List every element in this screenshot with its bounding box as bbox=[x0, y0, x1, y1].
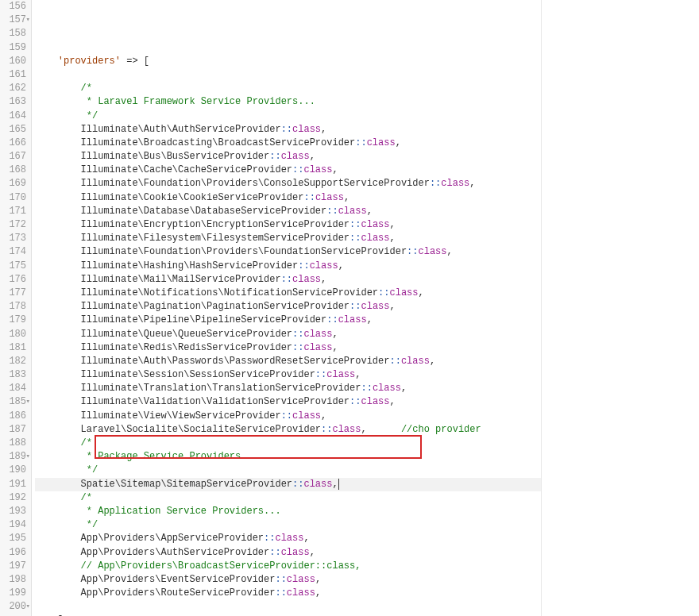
line-number[interactable]: 185▾ bbox=[5, 395, 26, 409]
code-line[interactable]: Illuminate\Foundation\Providers\ConsoleS… bbox=[35, 177, 541, 191]
line-number[interactable]: 188 bbox=[5, 437, 26, 450]
code-line[interactable]: // App\Providers\BroadcastServiceProvide… bbox=[35, 560, 541, 573]
code-line[interactable]: */ bbox=[35, 110, 541, 123]
line-number[interactable]: 200▾ bbox=[5, 600, 26, 614]
line-number[interactable]: 163 bbox=[5, 95, 26, 109]
line-number[interactable]: 164 bbox=[5, 110, 26, 123]
line-number[interactable]: 159 bbox=[5, 41, 26, 55]
code-line[interactable]: Illuminate\Broadcasting\BroadcastService… bbox=[35, 137, 541, 150]
code-line[interactable]: /* bbox=[35, 437, 541, 450]
line-number[interactable]: 162 bbox=[5, 82, 26, 95]
code-line[interactable]: Illuminate\Queue\QueueServiceProvider::c… bbox=[35, 328, 541, 341]
code-line[interactable]: Illuminate\Pipeline\PipelineServiceProvi… bbox=[35, 314, 541, 327]
code-token: :: bbox=[326, 206, 338, 217]
line-number[interactable]: 187 bbox=[5, 423, 26, 437]
line-number-gutter[interactable]: 156157▾158159160161162163164165166167168… bbox=[0, 0, 32, 616]
line-number[interactable]: 183 bbox=[5, 368, 26, 382]
line-number[interactable]: 175 bbox=[5, 260, 26, 273]
line-number[interactable]: 197 bbox=[5, 560, 26, 573]
code-token: /* bbox=[35, 437, 92, 449]
line-number[interactable]: 170 bbox=[5, 191, 26, 205]
code-line[interactable]: Illuminate\Mail\MailServiceProvider::cla… bbox=[35, 273, 541, 287]
line-number[interactable]: 167 bbox=[5, 150, 26, 164]
code-line[interactable]: Illuminate\Auth\AuthServiceProvider::cla… bbox=[35, 123, 541, 137]
fold-toggle-icon[interactable]: ▾ bbox=[26, 13, 30, 27]
line-number[interactable]: 177 bbox=[5, 287, 26, 300]
line-number[interactable]: 178 bbox=[5, 300, 26, 314]
line-number[interactable]: 180 bbox=[5, 328, 26, 341]
code-line[interactable]: Laravel\Socialite\SocialiteServiceProvid… bbox=[35, 423, 541, 437]
code-line[interactable]: */ bbox=[35, 464, 541, 477]
code-line[interactable] bbox=[35, 68, 541, 82]
code-line[interactable]: App\Providers\AppServiceProvider::class, bbox=[35, 532, 541, 545]
line-number[interactable]: 165 bbox=[5, 123, 26, 137]
code-line[interactable] bbox=[35, 600, 541, 614]
line-number[interactable]: 171 bbox=[5, 205, 26, 218]
line-number[interactable]: 173 bbox=[5, 232, 26, 245]
minimap[interactable] bbox=[542, 0, 699, 616]
line-number[interactable]: 194 bbox=[5, 518, 26, 532]
fold-toggle-icon[interactable]: ▾ bbox=[26, 395, 30, 409]
code-editor[interactable]: 156157▾158159160161162163164165166167168… bbox=[0, 0, 699, 616]
code-line[interactable]: Illuminate\Redis\RedisServiceProvider::c… bbox=[35, 341, 541, 355]
line-number[interactable]: 156 bbox=[5, 0, 26, 13]
code-line[interactable]: Illuminate\Validation\ValidationServiceP… bbox=[35, 395, 541, 409]
code-line[interactable]: Illuminate\Cache\CacheServiceProvider::c… bbox=[35, 164, 541, 177]
line-number[interactable]: 179 bbox=[5, 314, 26, 327]
line-number[interactable]: 191 bbox=[5, 478, 26, 491]
line-number[interactable]: 196 bbox=[5, 546, 26, 560]
code-line[interactable]: App\Providers\AuthServiceProvider::class… bbox=[35, 546, 541, 560]
line-number[interactable]: 176 bbox=[5, 273, 26, 287]
code-line[interactable]: Illuminate\View\ViewServiceProvider::cla… bbox=[35, 410, 541, 423]
code-line[interactable]: Illuminate\Notifications\NotificationSer… bbox=[35, 287, 541, 300]
code-line[interactable]: App\Providers\RouteServiceProvider::clas… bbox=[35, 587, 541, 600]
line-number[interactable]: 189▾ bbox=[5, 450, 26, 464]
code-line[interactable]: /* bbox=[35, 491, 541, 505]
code-token: :: bbox=[350, 396, 361, 407]
code-line[interactable]: * Application Service Providers... bbox=[35, 505, 541, 518]
code-line[interactable]: * Package Service Providers... bbox=[35, 450, 541, 464]
line-number[interactable]: 172 bbox=[5, 218, 26, 232]
code-line[interactable]: 'providers' => [ bbox=[35, 55, 541, 68]
line-number[interactable]: 198 bbox=[5, 573, 26, 587]
code-line[interactable]: Illuminate\Auth\Passwords\PasswordResetS… bbox=[35, 355, 541, 368]
code-line[interactable]: */ bbox=[35, 518, 541, 532]
line-number[interactable]: 195 bbox=[5, 532, 26, 545]
line-number[interactable]: 186 bbox=[5, 410, 26, 423]
line-number[interactable]: 169 bbox=[5, 177, 26, 191]
line-number[interactable]: 161 bbox=[5, 68, 26, 82]
code-area[interactable]: 'providers' => [ /* * Laravel Framework … bbox=[32, 0, 542, 616]
code-line[interactable]: Illuminate\Session\SessionServiceProvide… bbox=[35, 368, 541, 382]
fold-toggle-icon[interactable]: ▾ bbox=[26, 450, 30, 464]
line-number[interactable]: 192 bbox=[5, 491, 26, 505]
code-line[interactable]: Illuminate\Cookie\CookieServiceProvider:… bbox=[35, 191, 541, 205]
line-number[interactable]: 182 bbox=[5, 355, 26, 368]
fold-toggle-icon[interactable]: ▾ bbox=[26, 600, 30, 614]
code-line[interactable]: Illuminate\Foundation\Providers\Foundati… bbox=[35, 245, 541, 259]
code-token: /* bbox=[35, 83, 92, 94]
line-number[interactable]: 157▾ bbox=[5, 13, 26, 27]
line-number[interactable]: 168 bbox=[5, 164, 26, 177]
line-number[interactable]: 160 bbox=[5, 55, 26, 68]
line-number[interactable]: 190 bbox=[5, 464, 26, 477]
line-number[interactable]: 181 bbox=[5, 341, 26, 355]
code-line[interactable]: Illuminate\Hashing\HashServiceProvider::… bbox=[35, 260, 541, 273]
code-line[interactable]: App\Providers\EventServiceProvider::clas… bbox=[35, 573, 541, 587]
code-line[interactable]: Illuminate\Bus\BusServiceProvider::class… bbox=[35, 150, 541, 164]
code-line[interactable]: Illuminate\Pagination\PaginationServiceP… bbox=[35, 300, 541, 314]
line-number[interactable]: 174 bbox=[5, 245, 26, 259]
code-line[interactable]: * Laravel Framework Service Providers... bbox=[35, 95, 541, 109]
code-line[interactable]: Illuminate\Translation\TranslationServic… bbox=[35, 382, 541, 395]
code-line[interactable] bbox=[35, 41, 541, 55]
line-number[interactable]: 199 bbox=[5, 587, 26, 600]
code-line[interactable]: /* bbox=[35, 82, 541, 95]
line-number[interactable]: 158 bbox=[5, 27, 26, 40]
code-line[interactable]: Spatie\Sitemap\SitemapServiceProvider::c… bbox=[35, 478, 541, 491]
code-line[interactable]: Illuminate\Encryption\EncryptionServiceP… bbox=[35, 218, 541, 232]
code-line[interactable]: Illuminate\Filesystem\FilesystemServiceP… bbox=[35, 232, 541, 245]
line-number[interactable]: 184 bbox=[5, 382, 26, 395]
code-line[interactable]: Illuminate\Database\DatabaseServiceProvi… bbox=[35, 205, 541, 218]
line-number[interactable]: 193 bbox=[5, 505, 26, 518]
line-number[interactable]: 166 bbox=[5, 137, 26, 150]
code-token: Illuminate\Auth\AuthServiceProvider bbox=[35, 124, 281, 135]
